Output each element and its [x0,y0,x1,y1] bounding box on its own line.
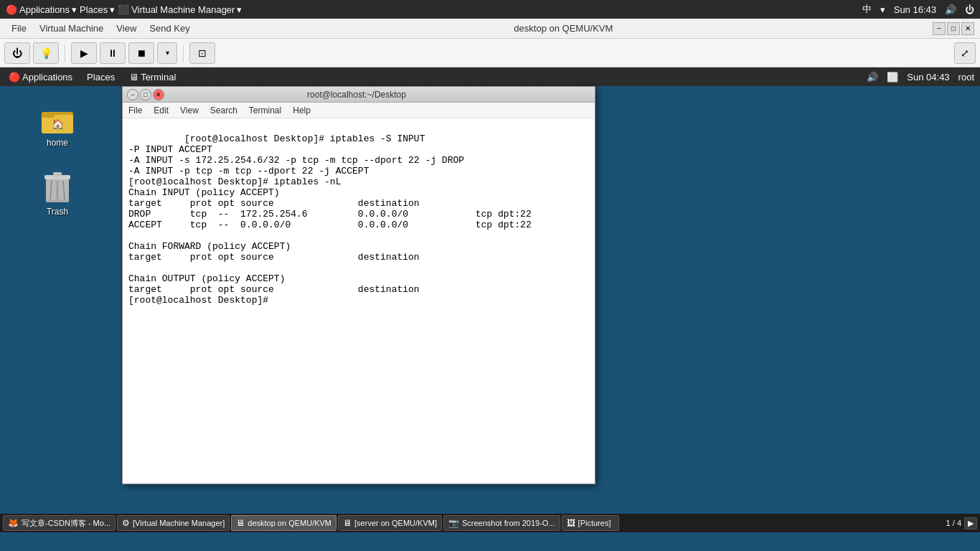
apps-icon: 🔴 [6,4,17,15]
vm-window-controls: − □ ✕ [931,22,974,35]
taskbar-item-csdn[interactable]: 🦊 写文章-CSDN博客 - Mo... [3,515,116,531]
taskbar-item-server-qemu[interactable]: 🖥 [server on QEMU/KVM] [338,515,442,531]
server-qemu-icon: 🖥 [343,518,352,528]
inner-topbar-right: 🔊 ⬜ Sun 04:43 root [867,72,974,83]
power-icon[interactable]: ⏻ [965,4,974,15]
taskbar-item-desktop-qemu[interactable]: 🖥 desktop on QEMU/KVM [231,515,336,531]
home-folder-icon[interactable]: 🏠 home [40,100,75,148]
terminal-close-button[interactable]: ✕ [153,89,164,100]
inner-places-menu[interactable]: Places [84,70,118,84]
terminal-minimize-button[interactable]: − [127,89,138,100]
inner-applications-menu[interactable]: 🔴 Applications [6,70,75,84]
language-indicator[interactable]: 中 [862,3,872,16]
system-clock: Sun 16:43 [894,4,936,15]
rescale-button[interactable]: ⤢ [954,42,976,64]
pause-icon: ⏸ [108,47,118,59]
info-button[interactable]: 💡 [33,42,59,64]
dropdown-arrow-icon: ▾ [166,49,169,57]
inner-clock: Sun 04:43 [907,72,949,83]
inner-body: 🏠 home [0,86,980,532]
vm-file-menu: File Virtual Machine View Send Key [6,20,196,37]
vm-menu-send-key[interactable]: Send Key [143,20,195,37]
vm-menu-virtual-machine[interactable]: Virtual Machine [34,20,109,37]
terminal-menu-terminal[interactable]: Terminal [246,104,284,117]
terminal-maximize-button[interactable]: □ [140,89,151,100]
system-bar-left: 🔴 Applications ▾ Places ▾ ⬛ Virtual Mach… [6,4,242,15]
applications-menu[interactable]: 🔴 Applications ▾ [6,4,77,15]
rescale-icon: ⤢ [961,47,969,59]
taskbar-item-pictures-label: [Pictures] [578,519,611,527]
terminal-menu-view[interactable]: View [177,104,202,117]
vm-titlebar: File Virtual Machine View Send Key deskt… [0,19,980,39]
taskbar-item-csdn-label: 写文章-CSDN博客 - Mo... [22,518,110,529]
vm-icon: ⬛ [118,4,129,15]
vm-menu-view[interactable]: View [110,20,142,37]
svg-rect-10 [47,199,67,202]
desktop-icons: 🏠 home [0,86,115,532]
system-bar: 🔴 Applications ▾ Places ▾ ⬛ Virtual Mach… [0,0,980,19]
play-icon: ▶ [80,47,88,59]
home-folder-image: 🏠 [40,100,75,135]
toolbar-separator-1 [65,44,65,62]
inner-taskbar: 🦊 写文章-CSDN博客 - Mo... ⚙ [Virtual Machine … [0,514,980,532]
power-button[interactable]: ⏻ [4,42,30,64]
power-dropdown[interactable]: ▾ [157,42,177,64]
vm-maximize-button[interactable]: □ [947,22,960,35]
inner-desktop: 🔴 Applications Places 🖥 Terminal 🔊 ⬜ Sun… [0,67,980,551]
info-icon: 💡 [40,47,52,59]
vm-toolbar: ⏻ 💡 ▶ ⏸ ⏹ ▾ ⊡ ⤢ [0,39,980,67]
taskbar-item-pictures[interactable]: 🖼 [Pictures] [562,515,619,531]
taskbar-item-vm-manager[interactable]: ⚙ [Virtual Machine Manager] [117,515,230,531]
stop-button[interactable]: ⏹ [128,42,154,64]
play-button[interactable]: ▶ [71,42,97,64]
home-icon-label: home [47,138,68,148]
terminal-body[interactable]: [root@localhost Desktop]# iptables -S IN… [123,118,595,484]
screenshot-icon: 📷 [448,518,459,528]
places-label: Places [80,4,108,15]
vm-menu-file[interactable]: File [6,20,32,37]
inner-topbar-left: 🔴 Applications Places 🖥 Terminal [6,70,179,84]
pager-next-button[interactable]: ▶ [964,517,977,529]
terminal-titlebar: − □ ✕ root@localhost:~/Desktop [123,87,595,103]
vm-content: 🔴 Applications Places 🖥 Terminal 🔊 ⬜ Sun… [0,67,980,551]
terminal-window-controls: − □ ✕ [126,89,164,100]
pause-button[interactable]: ⏸ [100,42,126,64]
screenshot-icon: ⊡ [198,47,207,59]
pager-label: 1 / 4 [946,519,961,527]
power-icon: ⏻ [12,47,22,59]
terminal-menu-edit[interactable]: Edit [151,104,171,117]
volume-icon[interactable]: 🔊 [945,4,956,15]
terminal-window: − □ ✕ root@localhost:~/Desktop File Edit… [122,86,595,484]
inner-display-icon[interactable]: ⬜ [887,72,898,83]
taskbar-item-screenshot-label: Screenshot from 2019-O... [462,519,555,527]
inner-applications-label: Applications [22,72,72,83]
taskbar-item-vm-manager-label: [Virtual Machine Manager] [133,519,225,527]
taskbar-item-screenshot[interactable]: 📷 Screenshot from 2019-O... [443,515,560,531]
desktop-qemu-icon: 🖥 [236,518,245,528]
vm-close-button[interactable]: ✕ [961,22,974,35]
vm-minimize-button[interactable]: − [933,22,946,35]
applications-label: Applications [19,4,70,15]
svg-text:🏠: 🏠 [52,118,65,131]
vm-manager-label: Virtual Machine Manager [131,4,235,15]
places-menu[interactable]: Places ▾ [80,4,115,15]
inner-terminal-menu[interactable]: 🖥 Terminal [126,70,179,84]
taskbar-pager: 1 / 4 ▶ [946,517,977,529]
screenshot-button[interactable]: ⊡ [189,42,215,64]
trash-icon[interactable]: Trash [40,169,75,217]
vm-window-title: desktop on QEMU/KVM [196,23,931,34]
taskbar-item-server-qemu-label: [server on QEMU/KVM] [354,519,437,527]
vm-manager-icon: ⚙ [122,518,130,528]
terminal-menubar: File Edit View Search Terminal Help [123,103,595,118]
terminal-menu-file[interactable]: File [126,104,145,117]
vm-manager-menu[interactable]: ⬛ Virtual Machine Manager ▾ [118,4,242,15]
terminal-title: root@localhost:~/Desktop [164,90,549,100]
inner-places-label: Places [87,72,115,83]
inner-topbar: 🔴 Applications Places 🖥 Terminal 🔊 ⬜ Sun… [0,67,980,86]
inner-terminal-label: Terminal [141,72,176,83]
terminal-menu-search[interactable]: Search [207,104,240,117]
system-bar-right: 中 ▾ Sun 16:43 🔊 ⏻ [862,3,974,16]
pictures-icon: 🖼 [567,518,575,528]
terminal-menu-help[interactable]: Help [290,104,314,117]
inner-volume-icon[interactable]: 🔊 [867,72,878,83]
